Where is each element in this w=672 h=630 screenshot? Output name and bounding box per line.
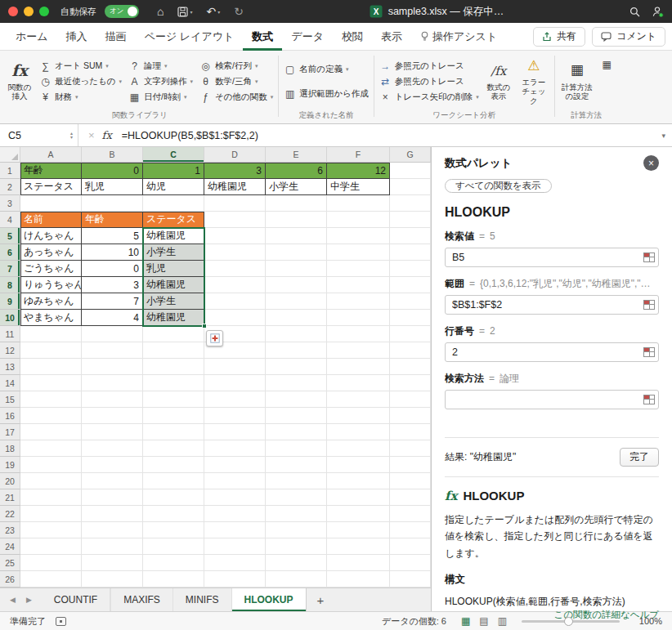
cell-G9[interactable] — [390, 293, 431, 310]
normal-view-icon[interactable]: ▦ — [461, 615, 470, 627]
row-header-13[interactable]: 13 — [0, 359, 20, 375]
row-header-12[interactable]: 12 — [0, 342, 20, 359]
autosave-toggle[interactable]: オン — [105, 5, 139, 18]
row-header-19[interactable]: 19 — [0, 457, 20, 473]
cell-E5[interactable] — [266, 228, 327, 244]
autofill-options-button[interactable] — [206, 330, 223, 346]
row-header-9[interactable]: 9 — [0, 293, 20, 310]
show-all-functions-button[interactable]: すべての関数を表示 — [445, 179, 552, 193]
remove-arrows-button[interactable]: ×トレース矢印の削除▾ — [379, 92, 479, 103]
cell-D4[interactable] — [204, 212, 266, 228]
range-lookup-input[interactable] — [445, 390, 659, 409]
cell-D9[interactable] — [204, 293, 266, 310]
page-layout-view-icon[interactable]: ▤ — [479, 615, 488, 627]
cell-C26[interactable] — [143, 571, 204, 588]
cell-D15[interactable] — [204, 391, 266, 408]
cell-D24[interactable] — [204, 538, 266, 555]
cell-C25[interactable] — [143, 555, 204, 571]
row-header-16[interactable]: 16 — [0, 408, 20, 424]
comments-button[interactable]: コメント — [592, 27, 665, 47]
row-header-26[interactable]: 26 — [0, 571, 20, 588]
cell-G26[interactable] — [390, 571, 431, 588]
cell-A19[interactable] — [20, 457, 82, 473]
cell-F22[interactable] — [327, 506, 390, 522]
trace-precedents-button[interactable]: →参照元のトレース — [379, 60, 479, 72]
cell-F23[interactable] — [327, 522, 390, 538]
cell-B6[interactable]: 10 — [82, 244, 143, 261]
date-time-button[interactable]: ▦日付/時刻▾ — [128, 92, 193, 103]
done-button[interactable]: 完了 — [620, 448, 659, 467]
cell-G12[interactable] — [390, 342, 431, 359]
cell-G10[interactable] — [390, 310, 431, 326]
insert-function-fx-icon[interactable]: fx — [102, 129, 112, 141]
cell-B20[interactable] — [82, 473, 143, 489]
cell-F8[interactable] — [327, 277, 390, 293]
cell-B25[interactable] — [82, 555, 143, 571]
cell-A7[interactable]: ごうちゃん — [20, 261, 82, 277]
cell-E26[interactable] — [266, 571, 327, 588]
cell-F15[interactable] — [327, 391, 390, 408]
cell-B21[interactable] — [82, 489, 143, 506]
cell-B19[interactable] — [82, 457, 143, 473]
cell-E2[interactable]: 小学生 — [266, 179, 327, 195]
cell-A1[interactable]: 年齢 — [20, 163, 82, 179]
create-from-selection-button[interactable]: ▥選択範囲から作成 — [284, 88, 369, 100]
calculation-options-button[interactable]: ▦ 計算方法の設定 — [560, 62, 594, 101]
tab-tell-me[interactable]: 操作アシスト — [411, 23, 506, 51]
home-icon[interactable]: ⌂ — [157, 5, 164, 18]
cell-E8[interactable] — [266, 277, 327, 293]
cell-A15[interactable] — [20, 391, 82, 408]
cell-D8[interactable] — [204, 277, 266, 293]
table-array-input[interactable] — [445, 295, 659, 315]
cell-A10[interactable]: やまちゃん — [20, 310, 82, 326]
cell-G23[interactable] — [390, 522, 431, 538]
cell-F12[interactable] — [327, 342, 390, 359]
column-header-g[interactable]: G — [390, 147, 431, 163]
more-functions-button[interactable]: ƒその他の関数▾ — [199, 92, 273, 103]
sheet-tab-minifs[interactable]: MINIFS — [173, 588, 232, 611]
tab-formulas[interactable]: 数式 — [243, 23, 282, 51]
row-header-10[interactable]: 10 — [0, 310, 20, 326]
tab-data[interactable]: データ — [282, 23, 333, 51]
cell-F9[interactable] — [327, 293, 390, 310]
text-button[interactable]: A文字列操作▾ — [128, 76, 193, 87]
cell-F16[interactable] — [327, 408, 390, 424]
row-header-20[interactable]: 20 — [0, 473, 20, 489]
cell-F19[interactable] — [327, 457, 390, 473]
cell-D17[interactable] — [204, 424, 266, 440]
cell-E3[interactable] — [266, 195, 327, 212]
close-pane-icon[interactable]: × — [643, 155, 659, 171]
cell-G1[interactable] — [390, 163, 431, 179]
row-header-22[interactable]: 22 — [0, 506, 20, 522]
undo-icon[interactable]: ↶▾ — [206, 5, 220, 18]
cell-E22[interactable] — [266, 506, 327, 522]
cell-A12[interactable] — [20, 342, 82, 359]
row-header-25[interactable]: 25 — [0, 555, 20, 571]
cell-G13[interactable] — [390, 359, 431, 375]
column-header-e[interactable]: E — [266, 147, 327, 163]
cell-E7[interactable] — [266, 261, 327, 277]
cell-E10[interactable] — [266, 310, 327, 326]
cell-C6[interactable]: 小学生 — [143, 244, 204, 261]
cell-D5[interactable] — [204, 228, 266, 244]
cell-G5[interactable] — [390, 228, 431, 244]
cell-E4[interactable] — [266, 212, 327, 228]
cell-C12[interactable] — [143, 342, 204, 359]
cell-C23[interactable] — [143, 522, 204, 538]
cell-E18[interactable] — [266, 440, 327, 457]
cell-D23[interactable] — [204, 522, 266, 538]
cell-D22[interactable] — [204, 506, 266, 522]
cell-C1[interactable]: 1 — [143, 163, 204, 179]
row-header-21[interactable]: 21 — [0, 489, 20, 506]
cell-B10[interactable]: 4 — [82, 310, 143, 326]
cell-F3[interactable] — [327, 195, 390, 212]
tab-page-layout[interactable]: ページ レイアウト — [136, 23, 244, 51]
cell-F26[interactable] — [327, 571, 390, 588]
cell-C13[interactable] — [143, 359, 204, 375]
cell-C22[interactable] — [143, 506, 204, 522]
select-all-corner[interactable] — [0, 147, 20, 163]
cell-A20[interactable] — [20, 473, 82, 489]
cell-D16[interactable] — [204, 408, 266, 424]
cell-F1[interactable]: 12 — [327, 163, 390, 179]
cell-B13[interactable] — [82, 359, 143, 375]
